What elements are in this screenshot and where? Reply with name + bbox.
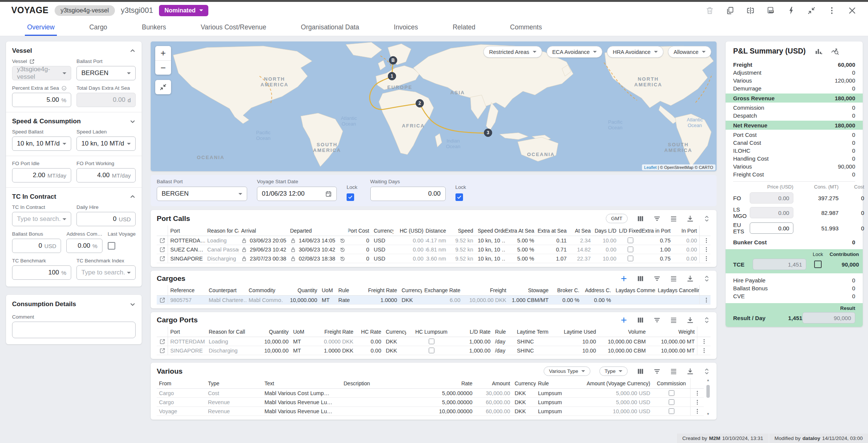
- open-record-icon[interactable]: [157, 296, 168, 304]
- history-icon[interactable]: [337, 254, 348, 263]
- columns-icon[interactable]: [637, 215, 644, 222]
- bolt-icon[interactable]: [787, 6, 796, 15]
- density-icon[interactable]: [670, 368, 677, 375]
- fo-port-working-input[interactable]: 4.00MT/day: [76, 168, 136, 182]
- close-icon[interactable]: [848, 6, 857, 15]
- filter-icon[interactable]: [653, 368, 661, 375]
- download-icon[interactable]: [686, 215, 694, 222]
- density-icon[interactable]: [670, 215, 677, 222]
- various-commission-checkbox[interactable]: [653, 407, 690, 415]
- filter-icon[interactable]: [653, 275, 661, 282]
- open-record-icon[interactable]: [157, 245, 168, 254]
- tab-organisational-data[interactable]: Organisational Data: [284, 19, 377, 36]
- lock-icon[interactable]: [241, 256, 247, 262]
- various-row[interactable]: CargoRevenueMabl Various Revenue Lu…5,00…: [157, 398, 704, 407]
- trash-icon[interactable]: [705, 6, 714, 15]
- cargoes-row[interactable]: 9805757Mabl Chartere…Mabl Commo…10,000.0…: [157, 296, 711, 305]
- vessel-select[interactable]: y3tsgioe4g-vessel: [12, 66, 71, 80]
- tab-cargo[interactable]: Cargo: [72, 19, 125, 36]
- type-filter[interactable]: Type: [599, 366, 628, 376]
- zoom-in-button[interactable]: +: [155, 46, 171, 60]
- trend-analysis-icon[interactable]: [831, 47, 839, 55]
- external-link-icon[interactable]: [29, 59, 35, 64]
- lock-icon[interactable]: [290, 238, 296, 244]
- tce-input[interactable]: 1,451: [753, 259, 806, 270]
- expand-icon[interactable]: [703, 215, 711, 222]
- lock-icon[interactable]: [241, 247, 247, 253]
- port_calls-row[interactable]: SINGAPOREDischarging23/07/23 00:3802/08/…: [157, 254, 711, 263]
- percent-extra-input[interactable]: 5.00%: [12, 93, 71, 107]
- strip-ballast-port-select[interactable]: BERGEN: [157, 187, 247, 201]
- open-record-icon[interactable]: [157, 254, 168, 263]
- various-commission-checkbox[interactable]: [653, 398, 690, 406]
- zoom-out-button[interactable]: −: [155, 60, 171, 75]
- status-badge-dropdown[interactable]: Nominated: [159, 5, 208, 16]
- waiting-days-lock-checkbox[interactable]: [455, 193, 463, 201]
- comment-input[interactable]: [12, 322, 136, 338]
- port_calls-ld_fixed-checkbox[interactable]: [619, 236, 642, 245]
- download-icon[interactable]: [686, 275, 694, 282]
- section-consumption[interactable]: Consumption Details: [6, 295, 142, 312]
- voyage-start-date-input[interactable]: 01/06/23 12:00: [257, 187, 337, 201]
- open-record-icon[interactable]: [157, 346, 168, 355]
- plus-icon[interactable]: [620, 275, 628, 282]
- cargo_ports-row[interactable]: ROTTERDAMLoading10,000.00MT0.0000 DKK0.0…: [157, 337, 711, 346]
- port_calls-ld_fixed-checkbox[interactable]: [619, 254, 642, 263]
- fit-bounds-button[interactable]: [155, 80, 171, 94]
- start-date-lock-checkbox[interactable]: [347, 193, 354, 201]
- waiting-days-input[interactable]: 0.00: [370, 187, 446, 201]
- history-icon[interactable]: [337, 245, 348, 254]
- plus-icon[interactable]: [620, 316, 628, 324]
- tc-benchmark-input[interactable]: 100%: [12, 265, 71, 280]
- port_calls-row[interactable]: SUEZ CAN…Canal Passage29/06/23 10:4230/0…: [157, 245, 711, 254]
- row-menu-icon[interactable]: [690, 398, 704, 406]
- row-menu-icon[interactable]: [699, 254, 713, 263]
- row-menu-icon[interactable]: [697, 346, 711, 355]
- tce-lock-checkbox[interactable]: [814, 261, 822, 268]
- tab-related[interactable]: Related: [435, 19, 492, 36]
- open-record-icon[interactable]: [157, 337, 168, 346]
- calendar-icon[interactable]: [325, 190, 332, 197]
- various-commission-checkbox[interactable]: [653, 389, 690, 397]
- row-menu-icon[interactable]: [690, 407, 704, 415]
- columns-icon[interactable]: [637, 275, 644, 282]
- row-menu-icon[interactable]: [699, 245, 713, 254]
- tab-overview[interactable]: Overview: [10, 19, 72, 36]
- filter-icon[interactable]: [653, 316, 661, 324]
- ballast-port-select[interactable]: BERGEN: [76, 66, 136, 80]
- filter-icon[interactable]: [653, 215, 661, 222]
- speed-laden-select[interactable]: 10 kn, 10 MT/d: [76, 136, 136, 151]
- download-icon[interactable]: [686, 316, 694, 324]
- expand-icon[interactable]: [703, 275, 711, 282]
- row-menu-icon[interactable]: [697, 337, 711, 346]
- speed-ballast-select[interactable]: 10 kn, 10 MT/d: [12, 136, 71, 151]
- leaflet-link[interactable]: Leaflet: [644, 165, 657, 170]
- history-icon[interactable]: [337, 236, 348, 245]
- cargo_ports-hc_lumpsum-checkbox[interactable]: [406, 337, 457, 346]
- compare-icon[interactable]: [746, 6, 755, 15]
- tab-invoices[interactable]: Invoices: [376, 19, 435, 36]
- density-icon[interactable]: [670, 275, 677, 282]
- port_calls-row[interactable]: ROTTERDA…Loading03/06/23 20:0514/06/23 1…: [157, 236, 711, 245]
- copy-icon[interactable]: [726, 6, 735, 15]
- download-icon[interactable]: [686, 368, 694, 375]
- vertical-scrollbar[interactable]: ▲▼: [706, 378, 711, 416]
- pdf-export-icon[interactable]: PDF: [766, 6, 775, 15]
- cargo_ports-row[interactable]: SINGAPOREDischarging10,000.00MT1.0000 DK…: [157, 346, 711, 355]
- various-row[interactable]: CargoCostMabl Various Cost Lump…5,000.00…: [157, 389, 704, 398]
- ballast-bonus-input[interactable]: 0USD: [12, 239, 61, 253]
- port_calls-ld_fixed-checkbox[interactable]: [619, 245, 642, 254]
- lock-icon[interactable]: [290, 247, 296, 253]
- row-menu-icon[interactable]: [699, 296, 713, 304]
- voyage-map[interactable]: NORTHAMERICAEUROPEASIAAFRICASOUTHAMERICA…: [151, 41, 717, 171]
- bunker-price-input[interactable]: 0.00: [750, 222, 793, 234]
- fo-port-idle-input[interactable]: 2.00MT/day: [12, 168, 71, 182]
- density-icon[interactable]: [670, 316, 677, 324]
- collapse-icon[interactable]: [807, 6, 816, 15]
- row-menu-icon[interactable]: [699, 236, 713, 245]
- map-layer-allowance[interactable]: Allowance: [668, 46, 711, 58]
- section-vessel[interactable]: Vessel: [6, 41, 142, 58]
- tab-various-cost-revenue[interactable]: Various Cost/Revenue: [183, 19, 284, 36]
- daily-hire-input[interactable]: 0USD: [76, 212, 136, 226]
- cargo_ports-hc_lumpsum-checkbox[interactable]: [406, 346, 457, 355]
